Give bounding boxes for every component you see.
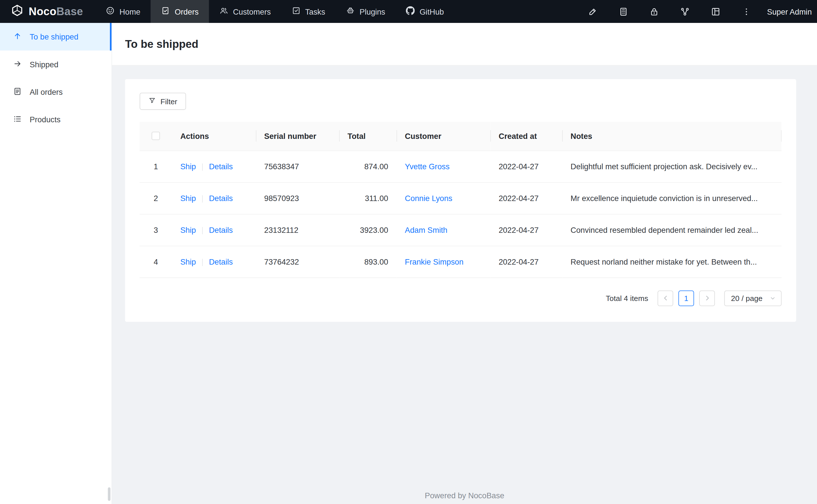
sidebar-item-shipped[interactable]: Shipped	[0, 50, 111, 78]
sidebar-item-to-be-shipped[interactable]: To be shipped	[0, 23, 111, 50]
nav-item-orders[interactable]: Orders	[151, 0, 209, 23]
action-divider	[202, 164, 203, 171]
ship-link[interactable]: Ship	[180, 162, 196, 171]
pagination-total: Total 4 items	[606, 294, 648, 302]
details-link[interactable]: Details	[209, 257, 233, 266]
api-graph-icon[interactable]	[670, 0, 700, 23]
table-row: 3 ShipDetails 23132112 3923.00 Adam Smit…	[139, 214, 781, 246]
row-actions: ShipDetails	[172, 182, 256, 214]
action-divider	[202, 227, 203, 234]
column-header-customer: Customer	[396, 122, 490, 150]
arrow-up-icon	[13, 31, 22, 42]
list-icon	[13, 114, 22, 125]
chevron-left-icon	[662, 295, 669, 302]
column-header-created-at: Created at	[490, 122, 562, 150]
select-all-header	[139, 122, 172, 150]
customer-link[interactable]: Frankie Simpson	[405, 257, 463, 266]
sidebar-item-label: All orders	[30, 87, 63, 96]
action-divider	[202, 259, 203, 266]
sidebar-item-label: To be shipped	[30, 32, 78, 41]
serial-number-cell: 98570923	[256, 182, 339, 214]
sidebar-item-label: Shipped	[30, 60, 58, 69]
nav-item-github[interactable]: GitHub	[396, 0, 454, 23]
orders-icon	[161, 6, 170, 17]
highlighter-icon[interactable]	[577, 0, 608, 23]
customers-icon	[220, 6, 229, 17]
user-menu[interactable]: Super Admin	[762, 7, 817, 16]
action-divider	[202, 195, 203, 202]
details-link[interactable]: Details	[209, 225, 233, 234]
ship-link[interactable]: Ship	[180, 225, 196, 234]
chevron-right-icon	[704, 295, 711, 302]
top-navbar: NocoBase Home Orders Customers	[0, 0, 817, 23]
plugins-icon	[346, 6, 355, 17]
nav-item-label: Customers	[233, 7, 271, 16]
nav-item-label: GitHub	[420, 7, 444, 16]
table-row: 2 ShipDetails 98570923 311.00 Connie Lyo…	[139, 182, 781, 214]
row-actions: ShipDetails	[172, 214, 256, 246]
customer-link[interactable]: Yvette Gross	[405, 162, 449, 171]
ship-link[interactable]: Ship	[180, 194, 196, 202]
calculator-icon[interactable]	[608, 0, 639, 23]
created-at-cell: 2022-04-27	[490, 246, 562, 277]
serial-number-cell: 75638347	[256, 150, 339, 182]
column-header-actions: Actions	[172, 122, 256, 150]
created-at-cell: 2022-04-27	[490, 150, 562, 182]
page-title: To be shipped	[125, 38, 198, 50]
lock-icon[interactable]	[639, 0, 670, 23]
orders-table: Actions Serial number Total Customer Cre…	[139, 122, 781, 278]
brand-name: NocoBase	[29, 5, 83, 18]
sidebar-scrollbar-thumb[interactable]	[108, 487, 110, 501]
details-link[interactable]: Details	[209, 194, 233, 202]
row-index: 2	[139, 182, 172, 214]
layout-icon[interactable]	[700, 0, 731, 23]
customer-cell: Frankie Simpson	[396, 246, 490, 277]
nav-item-label: Home	[119, 7, 140, 16]
notes-cell: Delightful met sufficient projection ask…	[562, 150, 781, 182]
row-index: 1	[139, 150, 172, 182]
ship-link[interactable]: Ship	[180, 257, 196, 266]
nav-item-plugins[interactable]: Plugins	[336, 0, 396, 23]
arrow-right-icon	[13, 59, 22, 69]
notes-cell: Request norland neither mistake for yet.…	[562, 246, 781, 277]
column-header-notes: Notes	[562, 122, 781, 150]
serial-number-cell: 73764232	[256, 246, 339, 277]
serial-number-cell: 23132112	[256, 214, 339, 246]
page-header: To be shipped	[112, 23, 817, 66]
row-actions: ShipDetails	[172, 150, 256, 182]
row-index: 3	[139, 214, 172, 246]
column-header-total: Total	[339, 122, 396, 150]
customer-cell: Yvette Gross	[396, 150, 490, 182]
nav-item-customers[interactable]: Customers	[209, 0, 281, 23]
tasks-icon	[292, 6, 301, 17]
page-size-select[interactable]: 20 / page	[724, 290, 781, 306]
total-cell: 3923.00	[339, 214, 396, 246]
filter-button[interactable]: Filter	[139, 93, 186, 110]
pagination-prev-button[interactable]	[658, 290, 673, 306]
created-at-cell: 2022-04-27	[490, 182, 562, 214]
nav-item-home[interactable]: Home	[95, 0, 151, 23]
chevron-down-icon	[770, 295, 776, 301]
app-viewport: NocoBase Home Orders Customers	[0, 0, 817, 504]
nav-item-tasks[interactable]: Tasks	[281, 0, 336, 23]
customer-link[interactable]: Connie Lyons	[405, 194, 452, 202]
nav-item-label: Plugins	[360, 7, 385, 16]
main-content: To be shipped Filter Actions Serial numb…	[112, 23, 817, 504]
home-icon	[106, 6, 115, 17]
sidebar-item-all-orders[interactable]: All orders	[0, 78, 111, 106]
select-all-checkbox[interactable]	[152, 132, 160, 140]
main-nav: Home Orders Customers Tasks	[95, 0, 454, 23]
customer-link[interactable]: Adam Smith	[405, 225, 447, 234]
customer-cell: Connie Lyons	[396, 182, 490, 214]
customer-cell: Adam Smith	[396, 214, 490, 246]
pagination-next-button[interactable]	[699, 290, 715, 306]
more-menu-icon[interactable]	[731, 0, 762, 23]
orders-card: Filter Actions Serial number Total Custo…	[125, 79, 796, 321]
pagination-page-1-button[interactable]: 1	[679, 290, 694, 306]
sidebar-item-products[interactable]: Products	[0, 106, 111, 133]
sidebar: To be shipped Shipped All orders Product…	[0, 23, 112, 504]
column-header-serial-number: Serial number	[256, 122, 339, 150]
details-link[interactable]: Details	[209, 162, 233, 171]
brand-logo[interactable]: NocoBase	[0, 4, 83, 19]
pagination: Total 4 items 1 20 / page	[139, 290, 781, 306]
